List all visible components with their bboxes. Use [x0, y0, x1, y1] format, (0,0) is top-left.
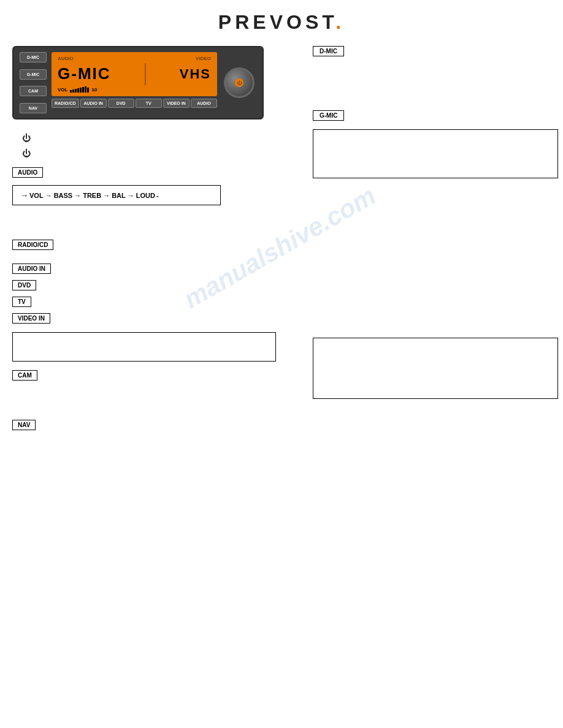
radio-btn-cam[interactable]: CAM	[20, 86, 47, 96]
right-column: D-MIC G-MIC	[294, 46, 558, 439]
radio-display-bottom: VOL 10	[58, 86, 211, 93]
flow-bal: BAL	[112, 192, 126, 199]
flow-loud: LOUD	[136, 192, 155, 199]
dmic-section: D-MIC	[313, 46, 558, 60]
dvd-label: DVD	[12, 280, 36, 290]
dmic-label: D-MIC	[313, 46, 344, 56]
audio-label: AUDIO	[58, 56, 74, 61]
vol-bar-1	[70, 90, 72, 93]
radio-knob-inner: ⏻	[235, 78, 243, 87]
vol-bar	[70, 86, 89, 93]
cam-spacer	[12, 389, 294, 420]
display-divider	[145, 63, 146, 85]
radio-display-area: AUDIO VIDEO G-MIC VHS VOL	[52, 52, 217, 113]
nav-section: NAV	[12, 420, 294, 434]
gmic-text-box	[313, 129, 558, 178]
radio-knob-area: ⏻	[222, 52, 256, 113]
radio-btn-videoin[interactable]: VIDEO IN	[163, 99, 190, 108]
flow-vol: VOL	[29, 192, 44, 199]
radio-knob[interactable]: ⏻	[224, 67, 255, 98]
videoin-label: VIDEO IN	[12, 313, 50, 324]
brand-name: PREVOST	[218, 11, 335, 33]
vol-value: 10	[91, 87, 97, 93]
bottom-right-text-box	[313, 338, 558, 399]
left-column: D-MIC G-MIC CAM NAV AUDIO VIDEO G-MIC VH…	[12, 46, 294, 439]
flow-arrow-4: →	[128, 192, 134, 199]
nav-label: NAV	[12, 420, 36, 430]
cam-label: CAM	[12, 370, 37, 381]
flow-bass: BASS	[54, 192, 73, 199]
flow-arrow-3: →	[103, 192, 110, 199]
right-spacer	[313, 184, 558, 338]
radio-btn-tv[interactable]: TV	[136, 99, 162, 108]
vol-bar-4	[77, 88, 79, 93]
audioin-section: AUDIO IN	[12, 264, 294, 278]
tv-label: TV	[12, 297, 31, 307]
main-content: D-MIC G-MIC CAM NAV AUDIO VIDEO G-MIC VH…	[0, 46, 563, 439]
audio-label-btn: AUDIO	[12, 167, 43, 178]
video-source-text: VHS	[180, 66, 211, 82]
radio-btn-gmic[interactable]: G-MIC	[20, 69, 47, 80]
brand-logo: PREVOST.	[0, 11, 563, 34]
power-section: ⏻ ⏻	[22, 131, 294, 161]
spacer-1	[12, 215, 294, 233]
vol-bar-2	[72, 89, 74, 93]
radio-bottom-buttons: RADIO/CD AUDIO IN DVD TV VIDEO IN AUDIO	[52, 99, 217, 108]
gmic-section: G-MIC	[313, 110, 558, 124]
audio-source-text: G-MIC	[58, 64, 111, 83]
vol-bar-8	[87, 88, 89, 93]
videoin-text-box	[12, 332, 276, 362]
cam-section: CAM	[12, 370, 294, 384]
radiocd-section: RADIO/CD	[12, 240, 294, 254]
spacer-3	[12, 365, 294, 370]
page-header: PREVOST.	[0, 0, 563, 40]
power-symbol-2: ⏻	[22, 146, 294, 161]
radio-btn-nav[interactable]: NAV	[20, 103, 47, 113]
vol-bar-6	[82, 87, 84, 93]
radio-display-top: AUDIO VIDEO	[58, 56, 211, 61]
flow-treb: TREB	[83, 192, 101, 199]
radio-btn-dmic[interactable]: D-MIC	[20, 52, 47, 63]
power-symbol-1: ⏻	[22, 131, 294, 146]
radiocd-label: RADIO/CD	[12, 240, 53, 250]
radio-btn-audio[interactable]: AUDIO	[191, 99, 217, 108]
video-label: VIDEO	[196, 56, 211, 61]
dmic-spacer	[313, 67, 558, 110]
spacer-2	[12, 259, 294, 264]
vol-bar-3	[75, 89, 77, 93]
flow-arrow-2: →	[74, 192, 81, 199]
flow-end-dash: -	[156, 192, 159, 199]
flow-arrow-start: →	[20, 191, 28, 200]
flow-arrow-1: →	[45, 192, 52, 199]
radio-left-buttons: D-MIC G-MIC CAM NAV	[20, 52, 47, 113]
brand-dot: .	[335, 11, 345, 33]
vol-bar-7	[85, 86, 86, 93]
audioin-label: AUDIO IN	[12, 264, 51, 274]
tv-section: TV	[12, 297, 294, 311]
radio-btn-audioin[interactable]: AUDIO IN	[80, 99, 107, 108]
radio-btn-radiocd[interactable]: RADIO/CD	[52, 99, 79, 108]
vol-bar-5	[80, 88, 82, 93]
radio-unit: D-MIC G-MIC CAM NAV AUDIO VIDEO G-MIC VH…	[12, 46, 264, 119]
radio-display-middle: G-MIC VHS	[58, 63, 211, 85]
audio-section: AUDIO → VOL → BASS → TREB → BAL → LOUD -	[12, 167, 294, 205]
audio-flow-diagram: → VOL → BASS → TREB → BAL → LOUD -	[12, 185, 221, 205]
videoin-section: VIDEO IN	[12, 313, 294, 327]
gmic-label: G-MIC	[313, 110, 344, 121]
vol-label: VOL	[58, 87, 67, 93]
radio-btn-dvd[interactable]: DVD	[108, 99, 134, 108]
dvd-section: DVD	[12, 280, 294, 294]
radio-display: AUDIO VIDEO G-MIC VHS VOL	[52, 52, 217, 96]
